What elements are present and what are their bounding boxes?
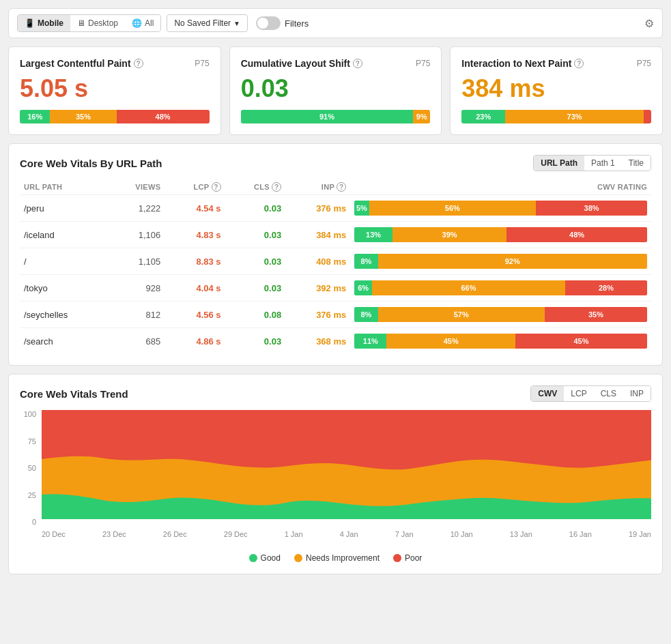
tab-cwv[interactable]: CWV xyxy=(531,386,564,401)
cell-bar: 11% 45% 45% xyxy=(350,328,651,355)
inp-col-info[interactable]: ? xyxy=(337,182,346,192)
bar-good: 8% xyxy=(354,254,377,269)
cell-bar: 5% 56% 38% xyxy=(350,195,651,222)
bar-needs: 57% xyxy=(378,307,545,322)
trend-section: Core Web Vitals Trend CWV LCP CLS INP 10… xyxy=(8,374,663,574)
table-row: /tokyo 928 4.04 s 0.03 392 ms 6% 66% 28% xyxy=(20,275,651,302)
cell-lcp: 4.54 s xyxy=(165,195,225,222)
lcp-percentile: P75 xyxy=(195,59,209,68)
cls-info-icon[interactable]: ? xyxy=(353,59,362,68)
cell-inp: 384 ms xyxy=(285,222,350,248)
tab-desktop[interactable]: 🖥 Desktop xyxy=(70,15,125,31)
x-26dec: 26 Dec xyxy=(163,530,187,538)
bar-good: 5% xyxy=(354,201,369,216)
trend-chart-body xyxy=(42,410,651,519)
cls-progress-bar: 91% 9% xyxy=(241,110,431,123)
mini-bar: 5% 56% 38% xyxy=(354,201,647,216)
inp-progress-bar: 23% 73% xyxy=(461,110,651,123)
lcp-progress-bar: 16% 35% 48% xyxy=(20,110,210,123)
tab-cls[interactable]: CLS xyxy=(594,386,623,401)
cls-col-info[interactable]: ? xyxy=(272,182,281,192)
lcp-col-info[interactable]: ? xyxy=(212,182,221,192)
tab-all[interactable]: 🌐 All xyxy=(125,15,160,31)
table-row: /peru 1,222 4.54 s 0.03 376 ms 5% 56% 38… xyxy=(20,195,651,222)
cell-cls: 0.03 xyxy=(225,195,286,222)
toggle-knob xyxy=(257,18,268,29)
table-row: /iceland 1,106 4.83 s 0.03 384 ms 13% 39… xyxy=(20,222,651,248)
bar-good: 13% xyxy=(354,227,392,242)
cell-path: /seychelles xyxy=(20,302,108,328)
tab-url-path[interactable]: URL Path xyxy=(534,156,584,171)
cell-lcp: 8.83 s xyxy=(165,248,225,275)
bar-needs: 45% xyxy=(386,334,515,349)
bar-needs: 56% xyxy=(369,201,536,216)
lcp-bar-good: 16% xyxy=(20,110,50,123)
lcp-bar-needs: 35% xyxy=(50,110,116,123)
bar-poor: 28% xyxy=(565,280,647,295)
trend-section-header: Core Web Vitals Trend CWV LCP CLS INP xyxy=(20,385,651,402)
lcp-info-icon[interactable]: ? xyxy=(134,59,143,68)
cls-percentile: P75 xyxy=(416,59,430,68)
mini-bar: 11% 45% 45% xyxy=(354,334,647,349)
cell-lcp: 4.04 s xyxy=(165,275,225,302)
cell-cls: 0.08 xyxy=(225,302,286,328)
chart-legend: Good Needs Improvement Poor xyxy=(20,553,651,563)
desktop-label: Desktop xyxy=(88,18,118,28)
cell-inp: 376 ms xyxy=(285,302,350,328)
col-url-path: URL PATH xyxy=(20,179,108,195)
cell-path: /search xyxy=(20,328,108,355)
lcp-bar-poor: 48% xyxy=(117,110,210,123)
legend-needs: Needs Improvement xyxy=(294,553,380,563)
filter-button[interactable]: No Saved Filter ▼ xyxy=(167,14,248,32)
table-title: Core Web Vitals By URL Path xyxy=(20,158,162,169)
col-lcp: LCP ? xyxy=(165,179,225,195)
filters-toggle-wrap: Filters xyxy=(256,16,309,30)
inp-info-icon[interactable]: ? xyxy=(574,59,584,68)
inp-card-header: Interaction to Next Paint ? P75 xyxy=(461,58,651,69)
chart-y-axis: 100 75 50 25 0 xyxy=(20,410,39,526)
bar-needs: 66% xyxy=(372,280,565,295)
cell-views: 1,222 xyxy=(108,195,165,222)
tab-title[interactable]: Title xyxy=(622,156,651,171)
mini-bar: 6% 66% 28% xyxy=(354,280,647,295)
cell-path: /iceland xyxy=(20,222,108,248)
bar-good: 6% xyxy=(354,280,372,295)
inp-title: Interaction to Next Paint ? xyxy=(461,58,584,69)
cell-lcp: 4.83 s xyxy=(165,222,225,248)
trend-svg xyxy=(42,410,651,519)
x-7jan: 7 Jan xyxy=(395,530,414,538)
y-25: 25 xyxy=(20,491,36,499)
x-23dec: 23 Dec xyxy=(102,530,126,538)
cls-card-header: Cumulative Layout Shift ? P75 xyxy=(241,58,431,69)
inp-bar-good: 23% xyxy=(461,110,505,123)
bar-poor: 48% xyxy=(506,227,647,242)
bar-needs: 39% xyxy=(392,227,506,242)
legend-good-label: Good xyxy=(261,553,281,563)
tab-lcp[interactable]: LCP xyxy=(564,386,593,401)
bar-poor: 38% xyxy=(536,201,647,216)
col-cwv-rating: CWV RATING xyxy=(350,179,651,195)
filters-toggle[interactable] xyxy=(256,16,281,30)
tab-path1[interactable]: Path 1 xyxy=(584,156,622,171)
tab-mobile[interactable]: 📱 Mobile xyxy=(18,15,70,31)
col-cls: CLS ? xyxy=(225,179,286,195)
cls-bar-good: 91% xyxy=(241,110,414,123)
y-75: 75 xyxy=(20,437,36,445)
cell-path: /tokyo xyxy=(20,275,108,302)
cwv-table: URL PATH VIEWS LCP ? CLS ? INP ? CWV RAT… xyxy=(20,179,651,354)
cell-cls: 0.03 xyxy=(225,248,286,275)
legend-poor-label: Poor xyxy=(405,553,422,563)
settings-icon[interactable]: ⚙ xyxy=(644,17,654,30)
trend-chart-area: 100 75 50 25 0 20 Dec 23 Dec 26 xyxy=(20,410,651,546)
cell-path: /peru xyxy=(20,195,108,222)
globe-icon: 🌐 xyxy=(132,18,142,28)
cell-cls: 0.03 xyxy=(225,275,286,302)
legend-good-dot xyxy=(249,554,257,562)
cell-bar: 13% 39% 48% xyxy=(350,222,651,248)
cards-row: Largest Contentful Paint ? P75 5.05 s 16… xyxy=(8,46,663,135)
tab-inp[interactable]: INP xyxy=(623,386,651,401)
top-bar: 📱 Mobile 🖥 Desktop 🌐 All No Saved Filter… xyxy=(8,8,663,38)
mini-bar: 8% 92% xyxy=(354,254,647,269)
y-0: 0 xyxy=(20,518,36,526)
lcp-card: Largest Contentful Paint ? P75 5.05 s 16… xyxy=(8,46,221,135)
